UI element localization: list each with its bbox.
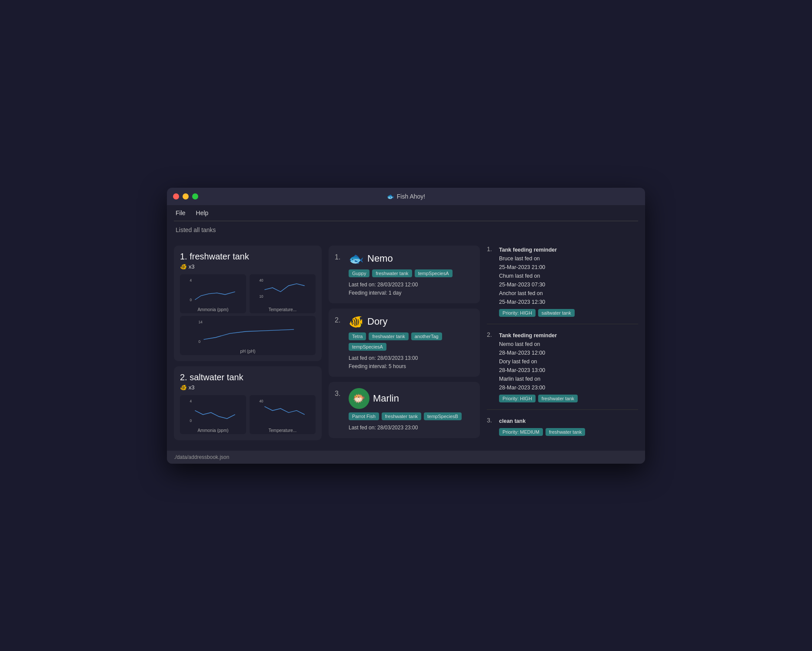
reminder-2-text: Tank feeding reminder Nemo last fed on 2…	[499, 331, 638, 392]
fish-1-interval: Feeding interval: 1 day	[349, 289, 474, 297]
reminder-1-content: Tank feeding reminder Bruce last fed on …	[499, 246, 638, 317]
fish-3-tags: Parrot Fish freshwater tank tempSpeciesB	[349, 412, 474, 420]
fish-3-tag-0: Parrot Fish	[349, 412, 379, 420]
fish-2-interval: Feeding interval: 5 hours	[349, 362, 474, 371]
svg-text:0: 0	[190, 418, 192, 422]
minimize-button[interactable]	[183, 193, 189, 199]
fish-column: 1. 🐟 Nemo Guppy freshwater tank tempSpec…	[329, 246, 480, 440]
tank-card-2: 2. saltwater tank 🐠 x3 4 0 Ammonia (ppm)	[174, 366, 322, 440]
fish-2-name: Dory	[367, 316, 387, 327]
fish-2-tag-1: freshwater tank	[369, 332, 408, 340]
fish-3-tag-1: freshwater tank	[382, 412, 421, 420]
reminder-2-tag-1: freshwater tank	[538, 395, 578, 402]
reminder-3-tags: Priority: MEDIUM freshwater tank	[499, 428, 638, 436]
tank-2-charts: 4 0 Ammonia (ppm) 40 Temperature...	[180, 395, 316, 434]
reminder-1-text: Tank feeding reminder Bruce last fed on …	[499, 246, 638, 306]
reminders-column: 1. Tank feeding reminder Bruce last fed …	[487, 246, 638, 440]
tank-1-number: 1.	[180, 252, 190, 261]
tank-2-fish-count: x3	[189, 384, 195, 391]
nemo-icon: 🐟	[349, 252, 364, 266]
reminder-1-tag-0: Priority: HIGH	[499, 309, 536, 317]
reminder-3-number: 3.	[487, 417, 494, 436]
window-title: 🐟 Fish Ahoy!	[387, 193, 425, 200]
fish-1-number: 1.	[335, 252, 343, 297]
reminder-2-line0: Nemo last fed on	[499, 341, 540, 347]
tank-1-name: freshwater tank	[190, 252, 249, 261]
close-button[interactable]	[173, 193, 179, 199]
reminder-2-title: Tank feeding reminder	[499, 332, 557, 339]
traffic-lights	[173, 193, 198, 199]
tank-2-count: 🐠 x3	[180, 384, 316, 391]
fish-card-nemo: 1. 🐟 Nemo Guppy freshwater tank tempSpec…	[329, 246, 480, 303]
reminder-1-number: 1.	[487, 246, 494, 317]
fish-1-tag-0: Guppy	[349, 269, 369, 277]
tanks-column: 1. freshwater tank 🐠 x3 4 0 Ammonia (pp	[174, 246, 322, 440]
reminder-2-line2: Dory last fed on	[499, 359, 537, 365]
fish-3-info: 🐡 Marlin Parrot Fish freshwater tank tem…	[349, 388, 474, 432]
tank-2-title: 2. saltwater tank	[180, 372, 316, 382]
fish-2-tags: Tetra freshwater tank anotherTag tempSpe…	[349, 332, 474, 351]
reminder-2: 2. Tank feeding reminder Nemo last fed o…	[487, 331, 638, 402]
fish-2-header: 🐠 Dory	[349, 315, 474, 329]
reminder-divider-1	[487, 324, 638, 324]
marlin-icon: 🐡	[353, 392, 366, 405]
reminder-1-title: Tank feeding reminder	[499, 247, 557, 253]
reminder-1-line4: Anchor last fed on	[499, 290, 543, 296]
fish-1-name: Nemo	[367, 253, 393, 264]
fish-1-tag-1: freshwater tank	[372, 269, 412, 277]
reminder-3-title: clean tank	[499, 418, 526, 424]
reminder-2-line5: 28-Mar-2023 23:00	[499, 385, 545, 391]
reminder-1-line5: 25-Mar-2023 12:30	[499, 299, 545, 305]
fish-2-tag-2: anotherTag	[411, 332, 442, 340]
svg-text:10: 10	[259, 294, 263, 299]
reminder-1-line2: Chum last fed on	[499, 273, 540, 279]
status-message: Listed all tanks	[167, 221, 645, 239]
title-text: Fish Ahoy!	[397, 193, 425, 200]
menu-file[interactable]: File	[174, 209, 187, 217]
fish-2-number: 2.	[335, 315, 343, 371]
tank-2-number: 2.	[180, 372, 190, 382]
fish-1-header: 🐟 Nemo	[349, 252, 474, 266]
reminder-1-line1: 25-Mar-2023 21:00	[499, 264, 545, 270]
svg-text:4: 4	[190, 278, 192, 282]
fish-1-last-fed: Last fed on: 28/03/2023 12:00	[349, 281, 474, 289]
reminder-2-line4: Marlin last fed on	[499, 376, 540, 382]
fish-1-tag-2: tempSpeciesA	[415, 269, 453, 277]
fish-2-info: 🐠 Dory Tetra freshwater tank anotherTag …	[349, 315, 474, 371]
reminder-3-tag-0: Priority: MEDIUM	[499, 428, 543, 436]
fish-3-tag-2: tempSpeciesB	[424, 412, 462, 420]
ammonia-label: Ammonia (ppm)	[183, 307, 243, 312]
titlebar: 🐟 Fish Ahoy!	[167, 188, 645, 205]
svg-text:0: 0	[198, 339, 200, 343]
reminder-2-line3: 28-Mar-2023 13:00	[499, 367, 545, 373]
marlin-avatar: 🐡	[349, 388, 369, 409]
fish-3-header: 🐡 Marlin	[349, 388, 474, 409]
reminder-3-tag-1: freshwater tank	[546, 428, 585, 436]
dory-icon: 🐠	[349, 315, 364, 329]
tank2-ammonia-label: Ammonia (ppm)	[183, 428, 243, 433]
reminder-1-tags: Priority: HIGH saltwater tank	[499, 309, 638, 317]
tank-1-fish-count: x3	[189, 263, 195, 270]
menu-help[interactable]: Help	[194, 209, 210, 217]
ph-label: pH (pH)	[183, 349, 312, 354]
fish-3-name: Marlin	[373, 393, 399, 404]
tank-1-ph-chart-wrapper: 14 0 pH (pH)	[180, 316, 316, 355]
fish-icon: 🐟	[387, 193, 394, 200]
fish-card-dory: 2. 🐠 Dory Tetra freshwater tank anotherT…	[329, 309, 480, 377]
maximize-button[interactable]	[192, 193, 198, 199]
tank-1-charts: 4 0 Ammonia (ppm) 40 10 Temperat	[180, 274, 316, 313]
fish-2-details: Last fed on: 28/03/2023 13:00 Feeding in…	[349, 354, 474, 371]
status-bar: ./data/addressbook.json	[167, 451, 645, 464]
reminder-3: 3. clean tank Priority: MEDIUM freshwate…	[487, 417, 638, 436]
tank-1-ph-chart: 14 0 pH (pH)	[180, 316, 316, 355]
fish-1-info: 🐟 Nemo Guppy freshwater tank tempSpecies…	[349, 252, 474, 297]
reminder-1-tag-1: saltwater tank	[538, 309, 575, 317]
main-content: 1. freshwater tank 🐠 x3 4 0 Ammonia (pp	[167, 239, 645, 447]
fish-1-details: Last fed on: 28/03/2023 12:00 Feeding in…	[349, 281, 474, 297]
svg-text:40: 40	[259, 399, 263, 403]
temp-label: Temperature...	[253, 307, 312, 312]
reminder-2-tag-0: Priority: HIGH	[499, 395, 536, 402]
fish-3-last-fed: Last fed on: 28/03/2023 23:00	[349, 424, 474, 432]
reminder-3-content: clean tank Priority: MEDIUM freshwater t…	[499, 417, 638, 436]
svg-text:0: 0	[190, 297, 192, 302]
